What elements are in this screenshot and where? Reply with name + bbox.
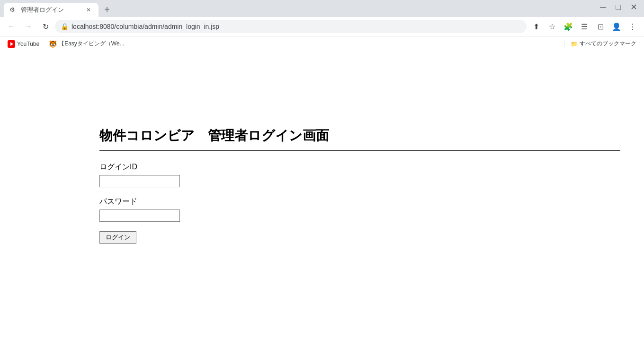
extensions-icon: 🧩 [564,22,573,31]
login-container: 物件コロンビア 管理者ログイン画面 ログインID パスワード ログイン [0,51,644,244]
tab-favicon: ⚙ [9,6,17,14]
back-icon: ← [8,22,15,31]
split-button[interactable]: ⊡ [593,19,608,34]
tab-title: 管理者ログイン [21,6,80,14]
profile-icon: 👤 [612,22,621,31]
forward-button[interactable]: → [21,19,36,34]
extensions-button[interactable]: 🧩 [561,19,576,34]
bookmark-youtube[interactable]: YouTube [4,38,43,50]
login-id-section: ログインID [99,162,644,187]
page-content: 物件コロンビア 管理者ログイン画面 ログインID パスワード ログイン [0,51,644,341]
easytyping-label: 【Easyタイピング（We... [59,40,124,48]
all-bookmarks-label: すべてのブックマーク [580,40,636,48]
page-title: 物件コロンビア 管理者ログイン画面 [99,127,644,145]
bookmark-easytyping[interactable]: 🐯 【Easyタイピング（We... [45,38,128,50]
reload-icon: ↻ [43,22,49,31]
password-input[interactable] [99,210,180,222]
profile-button[interactable]: 👤 [609,19,624,34]
easytyping-favicon: 🐯 [49,40,57,48]
split-icon: ⊡ [598,22,604,31]
tab-bar: ⚙ 管理者ログイン ✕ + [4,0,114,17]
title-bar: ⚙ 管理者ログイン ✕ + ─ □ ✕ [0,0,644,17]
bookmarks-separator: | [564,41,565,47]
menu-icon: ⋮ [629,22,636,31]
new-tab-button[interactable]: + [100,3,114,16]
login-button[interactable]: ログイン [99,231,136,244]
close-button[interactable]: ✕ [627,2,640,12]
password-section: パスワード [99,197,644,222]
youtube-icon [8,40,15,48]
login-id-label: ログインID [99,162,644,172]
window-controls: ─ □ ✕ [597,2,640,15]
bookmark-button[interactable]: ☆ [545,19,560,34]
lock-icon: 🔒 [61,23,69,30]
navigation-bar: ← → ↻ 🔒 localhost:8080/columbia/admin/ad… [0,17,644,36]
url-text: localhost:8080/columbia/admin/admin_logi… [72,23,219,30]
share-icon: ⬆ [533,22,539,31]
extensions2-icon: ☰ [581,22,588,31]
maximize-button[interactable]: □ [613,2,624,12]
extensions2-button[interactable]: ☰ [577,19,592,34]
login-button-label: ログイン [106,234,130,241]
forward-icon: → [25,22,32,31]
folder-icon: 📁 [571,41,578,47]
bookmarks-right: | 📁 すべてのブックマーク [564,40,640,48]
minimize-button[interactable]: ─ [597,2,609,12]
tab-close-button[interactable]: ✕ [84,6,93,14]
bookmarks-bar: YouTube 🐯 【Easyタイピング（We... | 📁 すべてのブックマー… [0,36,644,51]
browser-window: ⚙ 管理者ログイン ✕ + ─ □ ✕ ← → ↻ 🔒 localhost:80… [0,0,644,341]
youtube-label: YouTube [17,41,39,47]
password-label: パスワード [99,197,644,207]
bookmark-star-icon: ☆ [549,22,555,31]
nav-right-icons: ⬆ ☆ 🧩 ☰ ⊡ 👤 ⋮ [528,19,640,34]
login-id-input[interactable] [99,175,180,187]
active-tab[interactable]: ⚙ 管理者ログイン ✕ [4,3,98,17]
divider [99,150,620,151]
share-button[interactable]: ⬆ [528,19,544,34]
back-button[interactable]: ← [4,19,19,34]
menu-button[interactable]: ⋮ [625,19,640,34]
reload-button[interactable]: ↻ [38,19,53,34]
all-bookmarks-button[interactable]: 📁 すべてのブックマーク [567,40,640,48]
address-bar[interactable]: 🔒 localhost:8080/columbia/admin/admin_lo… [55,20,527,33]
